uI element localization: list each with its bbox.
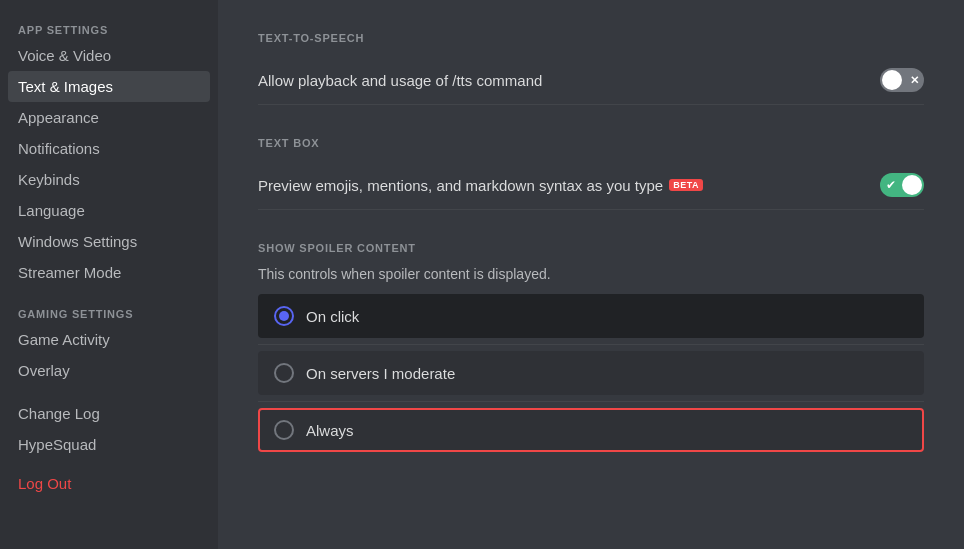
sidebar-item-game-activity[interactable]: Game Activity (8, 324, 210, 355)
sidebar-item-windows-settings[interactable]: Windows Settings (8, 226, 210, 257)
sidebar-item-hypesquad[interactable]: HypeSquad (8, 429, 210, 460)
sidebar-item-appearance[interactable]: Appearance (8, 102, 210, 133)
textbox-toggle[interactable]: ✔ (880, 173, 924, 197)
textbox-setting-label: Preview emojis, mentions, and markdown s… (258, 177, 703, 194)
spoiler-description: This controls when spoiler content is di… (258, 266, 924, 282)
radio-circle-on-servers (274, 363, 294, 383)
sidebar: APP SETTINGS Voice & Video Text & Images… (0, 0, 218, 549)
app-settings-label: APP SETTINGS (8, 16, 210, 40)
tts-toggle-off-icon: ✕ (910, 74, 919, 87)
tts-setting-label: Allow playback and usage of /tts command (258, 72, 542, 89)
sidebar-item-streamer-mode[interactable]: Streamer Mode (8, 257, 210, 288)
spoiler-section-label: SHOW SPOILER CONTENT (258, 242, 924, 254)
sidebar-item-text-images[interactable]: Text & Images (8, 71, 210, 102)
spoiler-radio-group: On click On servers I moderate Always (258, 294, 924, 452)
spoiler-section: SHOW SPOILER CONTENT This controls when … (258, 242, 924, 452)
sidebar-item-overlay[interactable]: Overlay (8, 355, 210, 386)
sidebar-item-keybinds[interactable]: Keybinds (8, 164, 210, 195)
textbox-setting-row: Preview emojis, mentions, and markdown s… (258, 161, 924, 210)
tts-toggle[interactable]: ✕ (880, 68, 924, 92)
textbox-section-label: TEXT BOX (258, 137, 924, 149)
radio-label-on-servers: On servers I moderate (306, 365, 455, 382)
textbox-toggle-knob (902, 175, 922, 195)
main-content: TEXT-TO-SPEECH Allow playback and usage … (218, 0, 964, 549)
radio-option-on-servers[interactable]: On servers I moderate (258, 351, 924, 395)
textbox-section: TEXT BOX Preview emojis, mentions, and m… (258, 137, 924, 210)
radio-divider-1 (258, 344, 924, 345)
radio-circle-on-click (274, 306, 294, 326)
radio-option-on-click[interactable]: On click (258, 294, 924, 338)
sidebar-item-language[interactable]: Language (8, 195, 210, 226)
tts-toggle-knob (882, 70, 902, 90)
gaming-settings-label: GAMING SETTINGS (8, 300, 210, 324)
sidebar-item-voice-video[interactable]: Voice & Video (8, 40, 210, 71)
radio-circle-always (274, 420, 294, 440)
beta-badge: BETA (669, 179, 703, 191)
tts-section: TEXT-TO-SPEECH Allow playback and usage … (258, 32, 924, 105)
radio-label-on-click: On click (306, 308, 359, 325)
radio-label-always: Always (306, 422, 354, 439)
sidebar-item-change-log[interactable]: Change Log (8, 398, 210, 429)
sidebar-item-logout[interactable]: Log Out (8, 468, 210, 499)
tts-section-label: TEXT-TO-SPEECH (258, 32, 924, 44)
radio-divider-2 (258, 401, 924, 402)
textbox-toggle-on-icon: ✔ (886, 178, 896, 192)
tts-setting-row: Allow playback and usage of /tts command… (258, 56, 924, 105)
radio-option-always[interactable]: Always (258, 408, 924, 452)
sidebar-item-notifications[interactable]: Notifications (8, 133, 210, 164)
